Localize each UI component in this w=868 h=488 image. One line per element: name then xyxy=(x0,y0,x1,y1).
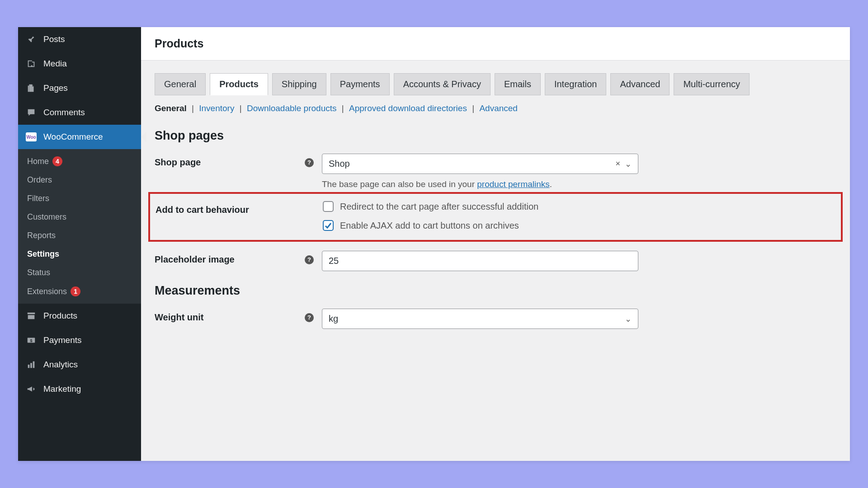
help-icon[interactable]: ? xyxy=(305,158,314,167)
comment-icon xyxy=(25,107,37,118)
chevron-down-icon[interactable]: ⌄ xyxy=(625,159,632,169)
shop-page-desc: The base page can also be used in your p… xyxy=(322,179,638,189)
chevron-down-icon[interactable]: ⌄ xyxy=(625,314,632,324)
redirect-checkbox[interactable] xyxy=(323,201,334,212)
dollar-icon: $ xyxy=(25,334,37,346)
subtab-approved-download-directories[interactable]: Approved download directories xyxy=(349,103,467,113)
svg-rect-4 xyxy=(30,363,32,368)
tab-shipping[interactable]: Shipping xyxy=(272,73,326,95)
sidebar-sub-status[interactable]: Status xyxy=(18,263,141,282)
tab-emails[interactable]: Emails xyxy=(495,73,541,95)
sidebar-label: Media xyxy=(43,59,67,69)
archive-icon xyxy=(25,310,37,322)
section-shop-pages: Shop pages xyxy=(155,129,836,143)
sidebar-item-woocommerce[interactable]: Woo WooCommerce xyxy=(18,125,141,149)
shop-page-select[interactable]: Shop × ⌄ xyxy=(322,154,638,174)
settings-subtabs: General | Inventory | Downloadable produ… xyxy=(155,101,836,116)
sidebar-label: Posts xyxy=(43,34,65,44)
help-icon[interactable]: ? xyxy=(305,313,314,322)
svg-rect-5 xyxy=(33,361,35,368)
shop-page-label: Shop page xyxy=(155,157,201,168)
add-to-cart-label: Add to cart behaviour xyxy=(156,205,249,215)
bars-icon xyxy=(25,359,37,371)
tab-products[interactable]: Products xyxy=(210,73,268,95)
sidebar-label: Analytics xyxy=(43,360,78,370)
admin-sidebar: PostsMediaPagesComments Woo WooCommerce … xyxy=(18,27,141,461)
help-icon[interactable]: ? xyxy=(305,255,314,264)
tab-integration[interactable]: Integration xyxy=(545,73,607,95)
ajax-checkbox[interactable] xyxy=(323,220,334,231)
sidebar-label: WooCommerce xyxy=(43,132,103,142)
badge: 4 xyxy=(52,156,62,166)
page-title: Products xyxy=(155,37,836,50)
product-permalinks-link[interactable]: product permalinks xyxy=(477,179,550,189)
section-measurements: Measurements xyxy=(155,284,836,298)
placeholder-image-label: Placeholder image xyxy=(155,254,235,265)
sidebar-item-comments[interactable]: Comments xyxy=(18,100,141,125)
sidebar-item-media[interactable]: Media xyxy=(18,52,141,76)
sidebar-sub-filters[interactable]: Filters xyxy=(18,189,141,208)
subtab-inventory[interactable]: Inventory xyxy=(199,103,234,113)
sidebar-sub-customers[interactable]: Customers xyxy=(18,208,141,226)
media-icon xyxy=(25,58,37,70)
sidebar-item-analytics[interactable]: Analytics xyxy=(18,352,141,377)
redirect-label: Redirect to the cart page after successf… xyxy=(340,202,538,212)
clear-icon[interactable]: × xyxy=(615,159,620,169)
weight-unit-value: kg xyxy=(329,314,338,324)
ajax-label: Enable AJAX add to cart buttons on archi… xyxy=(340,221,519,231)
highlighted-setting: Add to cart behaviour Redirect to the ca… xyxy=(148,192,843,242)
sidebar-label: Comments xyxy=(43,108,85,117)
placeholder-image-input[interactable] xyxy=(322,251,638,271)
sidebar-item-marketing[interactable]: Marketing xyxy=(18,377,141,401)
weight-unit-label: Weight unit xyxy=(155,312,204,323)
sidebar-label: Pages xyxy=(43,83,68,93)
tab-general[interactable]: General xyxy=(155,73,206,95)
sidebar-sub-extensions[interactable]: Extensions1 xyxy=(18,282,141,301)
megaphone-icon xyxy=(25,383,37,395)
sidebar-item-posts[interactable]: Posts xyxy=(18,27,141,52)
pin-icon xyxy=(25,33,37,45)
settings-tabs: GeneralProductsShippingPaymentsAccounts … xyxy=(155,73,836,95)
page-header: Products xyxy=(141,27,850,61)
svg-rect-0 xyxy=(28,86,29,92)
badge: 1 xyxy=(71,286,80,296)
sidebar-label: Products xyxy=(43,311,77,321)
subtab-downloadable-products[interactable]: Downloadable products xyxy=(247,103,337,113)
tab-accounts-privacy[interactable]: Accounts & Privacy xyxy=(394,73,491,95)
pages-icon xyxy=(25,82,37,94)
weight-unit-select[interactable]: kg ⌄ xyxy=(322,309,638,329)
sidebar-item-payments[interactable]: $Payments xyxy=(18,328,141,352)
shop-page-value: Shop xyxy=(329,159,350,169)
tab-advanced[interactable]: Advanced xyxy=(610,73,670,95)
sidebar-sub-settings[interactable]: Settings xyxy=(18,245,141,263)
sidebar-submenu: Home4OrdersFiltersCustomersReportsSettin… xyxy=(18,149,141,304)
tab-payments[interactable]: Payments xyxy=(330,73,390,95)
svg-rect-3 xyxy=(28,365,30,368)
subtab-general[interactable]: General xyxy=(155,103,187,113)
tab-multi-currency[interactable]: Multi-currency xyxy=(674,73,750,95)
sidebar-sub-orders[interactable]: Orders xyxy=(18,171,141,189)
sidebar-item-products[interactable]: Products xyxy=(18,304,141,328)
sidebar-sub-home[interactable]: Home4 xyxy=(18,152,141,171)
subtab-advanced[interactable]: Advanced xyxy=(479,103,518,113)
sidebar-label: Payments xyxy=(43,335,81,345)
sidebar-sub-reports[interactable]: Reports xyxy=(18,226,141,245)
svg-text:$: $ xyxy=(30,338,32,343)
sidebar-item-pages[interactable]: Pages xyxy=(18,76,141,100)
sidebar-label: Marketing xyxy=(43,384,81,394)
woocommerce-icon: Woo xyxy=(25,131,37,143)
